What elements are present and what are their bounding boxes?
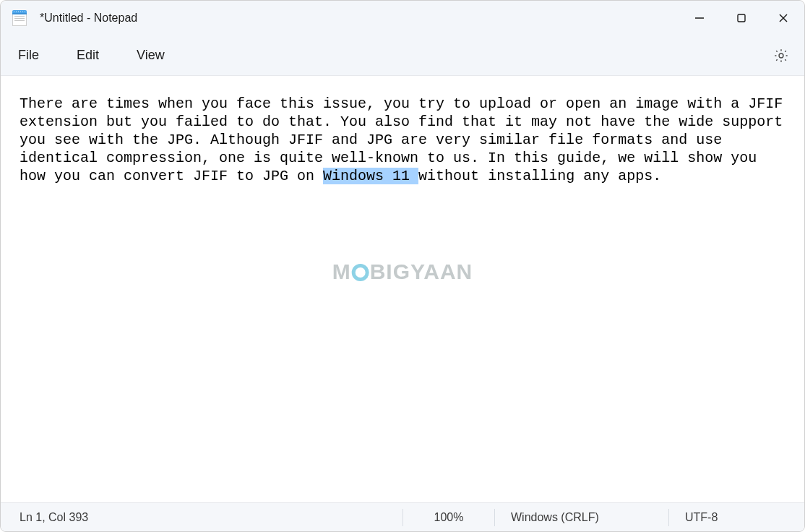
status-zoom: 100%	[403, 509, 494, 526]
watermark-o-icon	[352, 264, 369, 281]
menu-view[interactable]: View	[132, 45, 169, 66]
svg-point-4	[779, 53, 783, 58]
minimize-button[interactable]	[679, 1, 720, 35]
svg-rect-1	[738, 14, 745, 22]
watermark: MBIGYAAN	[332, 259, 473, 284]
minimize-icon	[694, 13, 705, 23]
editor-text[interactable]: There are times when you face this issue…	[20, 95, 787, 185]
watermark-right: BIGYAAN	[370, 259, 473, 284]
notepad-icon	[12, 10, 27, 26]
titlebar: *Untitled - Notepad	[1, 1, 804, 35]
editor-area[interactable]: There are times when you face this issue…	[1, 76, 804, 502]
menubar: File Edit View	[1, 35, 804, 76]
close-button[interactable]	[762, 1, 804, 35]
maximize-button[interactable]	[720, 1, 762, 35]
status-line-ending: Windows (CRLF)	[495, 509, 668, 526]
window-controls	[679, 1, 804, 35]
status-position: Ln 1, Col 393	[4, 509, 402, 526]
text-selection: Windows 11	[323, 168, 418, 184]
menu-edit[interactable]: Edit	[72, 45, 103, 66]
menu-file[interactable]: File	[14, 45, 43, 66]
statusbar: Ln 1, Col 393 100% Windows (CRLF) UTF-8	[1, 502, 804, 531]
gear-icon	[773, 48, 789, 64]
close-icon	[778, 13, 788, 23]
window-title: *Untitled - Notepad	[40, 12, 137, 25]
watermark-left: M	[332, 259, 351, 284]
maximize-icon	[736, 13, 746, 23]
status-encoding: UTF-8	[669, 509, 801, 526]
settings-button[interactable]	[771, 46, 791, 66]
text-after: without installing any apps.	[418, 168, 661, 184]
